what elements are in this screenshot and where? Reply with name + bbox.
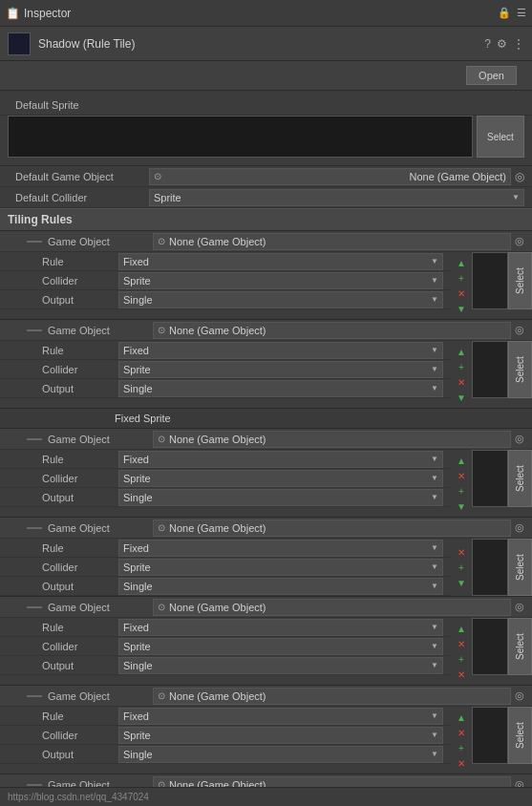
output-dropdown-5[interactable]: Single ▼ bbox=[118, 657, 443, 674]
help-icon[interactable]: ? bbox=[484, 37, 491, 51]
move-up-btn-2[interactable]: ▲ bbox=[455, 345, 468, 358]
rule-value-3: Fixed bbox=[123, 454, 149, 465]
output-value-3: Single bbox=[123, 492, 153, 503]
game-object-ref-1[interactable]: ⊙ None (Game Object) bbox=[153, 233, 511, 250]
collider-dropdown-4[interactable]: Sprite ▼ bbox=[118, 559, 443, 576]
object-header-actions: ? ⚙ ⋮ bbox=[484, 37, 524, 51]
rule-block-left-4: Rule Fixed ▼ Collider Sprite ▼ Output bbox=[0, 539, 451, 596]
game-object-label-2: Game Object bbox=[48, 325, 153, 336]
output-dropdown-3[interactable]: Single ▼ bbox=[118, 489, 443, 506]
collider-dropdown-1[interactable]: Sprite ▼ bbox=[118, 272, 443, 289]
output-arrow-4: ▼ bbox=[431, 582, 438, 590]
output-arrow-2: ▼ bbox=[431, 384, 438, 392]
move-down-btn-1[interactable]: ▼ bbox=[455, 302, 468, 315]
rule-label-1: Rule bbox=[42, 256, 118, 267]
add-btn-3[interactable]: + bbox=[455, 484, 468, 498]
rule-dropdown-3[interactable]: Fixed ▼ bbox=[118, 451, 443, 468]
menu-icon[interactable]: ☰ bbox=[517, 7, 526, 19]
target-icon[interactable]: ◎ bbox=[515, 170, 524, 183]
remove-btn-1[interactable]: ✕ bbox=[455, 286, 468, 300]
select-btn-3[interactable]: Select bbox=[508, 450, 532, 507]
game-object-label-5: Game Object bbox=[48, 602, 153, 613]
remove-btn-5b[interactable]: ✕ bbox=[455, 668, 468, 681]
rule-block-4: Game Object ⊙ None (Game Object) ◎ Rule … bbox=[0, 518, 532, 597]
rule-icons-col-3: ▲ ✕ + ▼ bbox=[451, 450, 472, 517]
remove-btn-2[interactable]: ✕ bbox=[455, 375, 468, 389]
add-btn-6[interactable]: + bbox=[455, 741, 468, 754]
output-dropdown-6[interactable]: Single ▼ bbox=[118, 746, 443, 763]
rule-prop-row-5-collider: Collider Sprite ▼ bbox=[0, 637, 451, 656]
rule-prop-row-5-output: Output Single ▼ bbox=[0, 656, 451, 675]
move-up-btn-1[interactable]: ▲ bbox=[455, 256, 468, 269]
remove-btn-6a[interactable]: ✕ bbox=[455, 726, 468, 739]
add-btn-2[interactable]: + bbox=[455, 360, 468, 373]
settings-icon[interactable]: ⚙ bbox=[497, 37, 507, 51]
game-object-ref-3[interactable]: ⊙ None (Game Object) bbox=[153, 431, 511, 448]
game-object-ref-4[interactable]: ⊙ None (Game Object) bbox=[153, 520, 511, 537]
remove-btn-6b[interactable]: ✕ bbox=[455, 756, 468, 770]
overflow-icon[interactable]: ⋮ bbox=[513, 37, 524, 51]
rule-dropdown-6[interactable]: Fixed ▼ bbox=[118, 708, 443, 725]
remove-btn-4a[interactable]: ✕ bbox=[455, 545, 468, 559]
output-dropdown-1[interactable]: Single ▼ bbox=[118, 291, 443, 308]
game-object-ref-6[interactable]: ⊙ None (Game Object) bbox=[153, 688, 511, 705]
sprite-thumb-1 bbox=[472, 252, 508, 309]
move-up-btn-5[interactable]: ▲ bbox=[455, 622, 468, 635]
select-btn-5[interactable]: Select bbox=[508, 618, 532, 675]
target-icon-1[interactable]: ◎ bbox=[515, 235, 524, 247]
output-dropdown-4[interactable]: Single ▼ bbox=[118, 578, 443, 595]
target-icon-5[interactable]: ◎ bbox=[515, 601, 524, 613]
target-icon-2[interactable]: ◎ bbox=[515, 324, 524, 336]
target-icon-6[interactable]: ◎ bbox=[515, 689, 524, 702]
open-button[interactable]: Open bbox=[466, 66, 517, 85]
output-dropdown-2[interactable]: Single ▼ bbox=[118, 380, 443, 397]
default-collider-value: Sprite ▼ bbox=[149, 189, 524, 206]
remove-btn-5a[interactable]: ✕ bbox=[455, 637, 468, 650]
game-object-ref-5[interactable]: ⊙ None (Game Object) bbox=[153, 599, 511, 616]
move-down-btn-3[interactable]: ▼ bbox=[455, 499, 468, 513]
output-arrow-1: ▼ bbox=[431, 295, 438, 304]
rule-block-left-2: Rule Fixed ▼ Collider Sprite ▼ Output bbox=[0, 341, 451, 408]
rule-value-1: Fixed bbox=[123, 256, 149, 267]
select-btn-2[interactable]: Select bbox=[508, 341, 532, 398]
remove-btn-3a[interactable]: ✕ bbox=[455, 469, 468, 482]
collider-dropdown-5[interactable]: Sprite ▼ bbox=[118, 638, 443, 655]
rule-dropdown-2[interactable]: Fixed ▼ bbox=[118, 342, 443, 359]
default-sprite-label-row: Default Sprite bbox=[0, 95, 532, 116]
collider-dropdown-2[interactable]: Sprite ▼ bbox=[118, 361, 443, 378]
dropdown-arrow: ▼ bbox=[512, 193, 520, 202]
collider-dropdown-3[interactable]: Sprite ▼ bbox=[118, 470, 443, 487]
target-icon-3[interactable]: ◎ bbox=[515, 433, 524, 445]
move-down-btn-2[interactable]: ▼ bbox=[455, 391, 468, 404]
default-sprite-select-button[interactable]: Select bbox=[477, 116, 524, 158]
default-game-object-ref[interactable]: ⊙ None (Game Object) bbox=[149, 168, 511, 185]
select-btn-6[interactable]: Select bbox=[508, 707, 532, 764]
move-down-btn-4[interactable]: ▼ bbox=[455, 576, 468, 589]
rule-dropdown-4[interactable]: Fixed ▼ bbox=[118, 540, 443, 557]
rule-prop-row-3-rule: Rule Fixed ▼ bbox=[0, 450, 451, 469]
collider-label-5: Collider bbox=[42, 641, 118, 652]
select-btn-1[interactable]: Select bbox=[508, 252, 532, 309]
target-icon-4[interactable]: ◎ bbox=[515, 521, 524, 534]
move-up-btn-6[interactable]: ▲ bbox=[455, 711, 468, 724]
add-btn-4[interactable]: + bbox=[455, 561, 468, 574]
rule-dropdown-5[interactable]: Fixed ▼ bbox=[118, 619, 443, 636]
open-btn-row: Open bbox=[0, 61, 532, 91]
add-btn-5[interactable]: + bbox=[455, 652, 468, 666]
collider-arrow-2: ▼ bbox=[431, 365, 438, 373]
rule-prop-row-1-collider: Collider Sprite ▼ bbox=[0, 271, 451, 290]
rule-dropdown-1[interactable]: Fixed ▼ bbox=[118, 253, 443, 270]
select-btn-4[interactable]: Select bbox=[508, 539, 532, 596]
lock-icon[interactable]: 🔒 bbox=[498, 7, 511, 19]
sprite-thumb-6 bbox=[472, 707, 508, 764]
add-btn-1[interactable]: + bbox=[455, 271, 468, 285]
rule-block-right-5: ▲ ✕ + ✕ Select bbox=[451, 618, 532, 685]
move-up-btn-3[interactable]: ▲ bbox=[455, 454, 468, 467]
game-object-ref-2[interactable]: ⊙ None (Game Object) bbox=[153, 322, 511, 339]
rule-block-inner-3: Rule Fixed ▼ Collider Sprite ▼ Output bbox=[0, 450, 532, 517]
collider-label-1: Collider bbox=[42, 275, 118, 286]
collider-dropdown-6[interactable]: Sprite ▼ bbox=[118, 727, 443, 744]
rule-value-4: Fixed bbox=[123, 542, 149, 554]
rule-arrow-1: ▼ bbox=[431, 257, 438, 265]
default-collider-dropdown[interactable]: Sprite ▼ bbox=[149, 189, 524, 206]
